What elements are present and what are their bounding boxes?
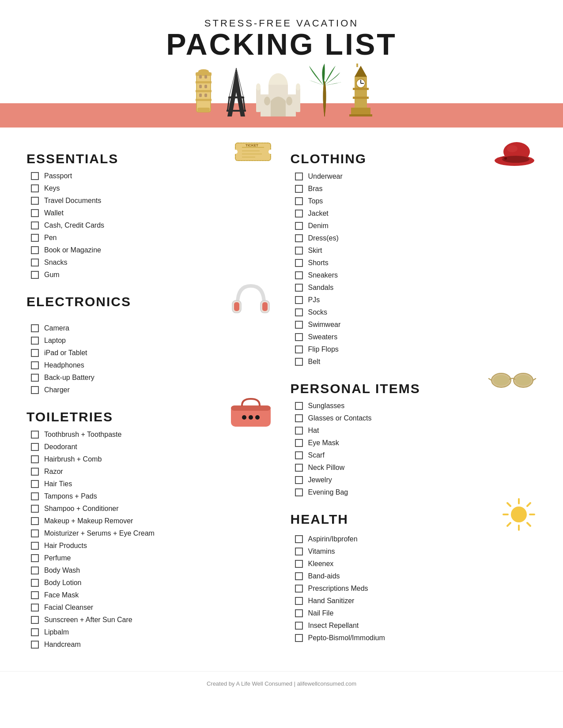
checkbox[interactable] (31, 542, 39, 550)
list-item[interactable]: Razor (31, 466, 273, 477)
checkbox[interactable] (31, 628, 39, 636)
list-item[interactable]: Glasses or Contacts (295, 413, 537, 424)
checkbox[interactable] (31, 221, 39, 229)
checkbox[interactable] (31, 246, 39, 254)
list-item[interactable]: Neck Pillow (295, 462, 537, 473)
checkbox[interactable] (295, 622, 303, 630)
list-item[interactable]: Jacket (295, 208, 537, 219)
checkbox[interactable] (31, 337, 39, 345)
checkbox[interactable] (31, 567, 39, 574)
list-item[interactable]: iPad or Tablet (31, 348, 273, 358)
list-item[interactable]: Vitamins (295, 546, 537, 557)
list-item[interactable]: Body Wash (31, 565, 273, 576)
list-item[interactable]: Hair Ties (31, 479, 273, 489)
list-item[interactable]: Underwear (295, 171, 537, 182)
list-item[interactable]: Band-aids (295, 571, 537, 582)
checkbox[interactable] (31, 554, 39, 562)
checkbox[interactable] (295, 247, 303, 255)
checkbox[interactable] (295, 222, 303, 230)
list-item[interactable]: Pepto-Bismol/Immodium (295, 633, 537, 643)
list-item[interactable]: Dress(es) (295, 233, 537, 244)
list-item[interactable]: Camera (31, 323, 273, 334)
list-item[interactable]: Shorts (295, 258, 537, 268)
list-item[interactable]: Insect Repellant (295, 620, 537, 631)
list-item[interactable]: Headphones (31, 360, 273, 371)
checkbox[interactable] (295, 488, 303, 496)
list-item[interactable]: Belt (295, 356, 537, 367)
list-item[interactable]: Tops (295, 196, 537, 206)
list-item[interactable]: Prescriptions Meds (295, 583, 537, 594)
list-item[interactable]: Moisturizer + Serums + Eye Cream (31, 528, 273, 539)
list-item[interactable]: Denim (295, 221, 537, 231)
list-item[interactable]: Shampoo + Conditioner (31, 503, 273, 514)
checkbox[interactable] (31, 197, 39, 205)
list-item[interactable]: Back-up Battery (31, 372, 273, 383)
checkbox[interactable] (295, 185, 303, 193)
checkbox[interactable] (31, 529, 39, 537)
list-item[interactable]: Travel Documents (31, 195, 273, 206)
checkbox[interactable] (31, 455, 39, 463)
list-item[interactable]: Socks (295, 307, 537, 318)
checkbox[interactable] (31, 209, 39, 217)
list-item[interactable]: Sneakers (295, 270, 537, 281)
list-item[interactable]: Aspirin/Ibprofen (295, 534, 537, 544)
checkbox[interactable] (295, 308, 303, 316)
checkbox[interactable] (295, 197, 303, 205)
checkbox[interactable] (31, 492, 39, 500)
checkbox[interactable] (31, 443, 39, 451)
list-item[interactable]: Charger (31, 385, 273, 395)
list-item[interactable]: Cash, Credit Cards (31, 220, 273, 231)
checkbox[interactable] (31, 505, 39, 513)
checkbox[interactable] (31, 604, 39, 612)
checkbox[interactable] (31, 259, 39, 266)
checkbox[interactable] (31, 361, 39, 369)
list-item[interactable]: Skirt (295, 245, 537, 256)
list-item[interactable]: Evening Bag (295, 487, 537, 498)
checkbox[interactable] (295, 259, 303, 267)
checkbox[interactable] (295, 597, 303, 605)
list-item[interactable]: Passport (31, 171, 273, 181)
list-item[interactable]: Wallet (31, 208, 273, 218)
list-item[interactable]: Eye Mask (295, 438, 537, 448)
checkbox[interactable] (295, 321, 303, 329)
checkbox[interactable] (31, 431, 39, 439)
list-item[interactable]: Gum (31, 270, 273, 280)
checkbox[interactable] (295, 609, 303, 617)
checkbox[interactable] (295, 234, 303, 242)
list-item[interactable]: Hat (295, 425, 537, 436)
checkbox[interactable] (295, 560, 303, 568)
checkbox[interactable] (295, 476, 303, 484)
checkbox[interactable] (31, 324, 39, 332)
list-item[interactable]: Flip Flops (295, 344, 537, 355)
list-item[interactable]: Kleenex (295, 559, 537, 569)
checkbox[interactable] (31, 374, 39, 382)
checkbox[interactable] (31, 349, 39, 357)
list-item[interactable]: Pen (31, 233, 273, 243)
checkbox[interactable] (31, 579, 39, 587)
checkbox[interactable] (295, 333, 303, 341)
list-item[interactable]: Tampons + Pads (31, 491, 273, 502)
list-item[interactable]: Keys (31, 183, 273, 194)
list-item[interactable]: Lipbalm (31, 627, 273, 638)
list-item[interactable]: Sandals (295, 282, 537, 293)
checkbox[interactable] (31, 616, 39, 624)
checkbox[interactable] (295, 585, 303, 593)
checkbox[interactable] (295, 572, 303, 580)
list-item[interactable]: Deodorant (31, 442, 273, 452)
list-item[interactable]: Swimwear (295, 319, 537, 330)
list-item[interactable]: Sunglasses (295, 401, 537, 411)
checkbox[interactable] (295, 414, 303, 422)
list-item[interactable]: Face Mask (31, 590, 273, 600)
checkbox[interactable] (31, 591, 39, 599)
checkbox[interactable] (295, 451, 303, 459)
checkbox[interactable] (31, 468, 39, 476)
list-item[interactable]: Jewelry (295, 475, 537, 485)
list-item[interactable]: Laptop (31, 335, 273, 346)
checkbox[interactable] (31, 172, 39, 180)
checkbox[interactable] (295, 464, 303, 472)
list-item[interactable]: Makeup + Makeup Remover (31, 516, 273, 526)
list-item[interactable]: Sweaters (295, 332, 537, 342)
checkbox[interactable] (31, 184, 39, 192)
checkbox[interactable] (295, 548, 303, 555)
list-item[interactable]: PJs (295, 295, 537, 305)
